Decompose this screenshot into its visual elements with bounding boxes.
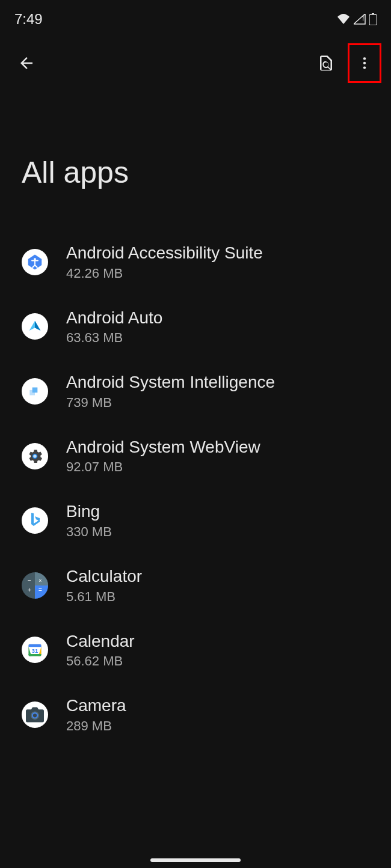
- app-name-label: Android Auto: [66, 308, 162, 328]
- app-item-bing[interactable]: Bing 330 MB: [0, 488, 391, 553]
- svg-point-4: [363, 62, 366, 64]
- app-icon: [22, 701, 48, 728]
- app-icon: [22, 378, 48, 405]
- navigation-handle[interactable]: [150, 858, 241, 862]
- app-name-label: Android Accessibility Suite: [66, 243, 263, 263]
- app-item-android-system-webview[interactable]: Android System WebView 92.07 MB: [0, 424, 391, 489]
- battery-icon: [369, 13, 377, 25]
- app-icon: [22, 249, 48, 275]
- app-size-label: 56.62 MB: [66, 653, 135, 669]
- android-auto-icon: [26, 318, 43, 335]
- svg-text:−: −: [28, 577, 31, 584]
- app-size-label: 63.63 MB: [66, 330, 162, 346]
- svg-text:31: 31: [32, 648, 38, 654]
- app-icon: [22, 443, 48, 469]
- svg-text:!: !: [362, 15, 364, 22]
- accessibility-icon: [26, 253, 44, 271]
- page-title: All apps: [0, 90, 391, 214]
- app-size-label: 5.61 MB: [66, 589, 142, 605]
- app-size-label: 330 MB: [66, 524, 112, 540]
- app-name-label: Camera: [66, 695, 126, 716]
- signal-icon: !: [354, 14, 366, 25]
- status-icons: !: [337, 13, 377, 25]
- svg-rect-8: [32, 387, 38, 393]
- bing-icon: [28, 512, 42, 530]
- app-name-label: Bing: [66, 501, 112, 522]
- app-item-android-system-intelligence[interactable]: Android System Intelligence 739 MB: [0, 359, 391, 424]
- app-name-label: Calculator: [66, 566, 142, 587]
- app-icon: [22, 313, 48, 340]
- app-list: Android Accessibility Suite 42.26 MB And…: [0, 214, 391, 763]
- arrow-back-icon: [17, 54, 35, 72]
- more-vert-icon: [357, 55, 372, 71]
- highlight-more-button: [348, 43, 381, 83]
- app-size-label: 42.26 MB: [66, 266, 263, 281]
- svg-rect-1: [369, 14, 377, 25]
- svg-text:=: =: [38, 587, 42, 593]
- svg-point-6: [34, 258, 36, 260]
- app-item-calculator[interactable]: −×+= Calculator 5.61 MB: [0, 553, 391, 618]
- app-item-android-auto[interactable]: Android Auto 63.63 MB: [0, 295, 391, 359]
- app-icon: [22, 507, 48, 534]
- camera-icon: [26, 707, 44, 723]
- app-size-label: 739 MB: [66, 395, 275, 411]
- find-in-page-icon: [317, 54, 335, 72]
- svg-rect-2: [372, 13, 374, 14]
- svg-point-5: [363, 66, 366, 69]
- webview-gear-icon: [26, 447, 44, 465]
- app-name-label: Calendar: [66, 631, 135, 652]
- calculator-icon: −×+=: [22, 572, 48, 599]
- app-item-calendar[interactable]: 31 Calendar 56.62 MB: [0, 618, 391, 683]
- more-options-button[interactable]: [351, 50, 378, 76]
- app-item-camera[interactable]: Camera 289 MB: [0, 682, 391, 747]
- svg-text:×: ×: [38, 578, 42, 584]
- app-name-label: Android System Intelligence: [66, 372, 275, 393]
- back-button[interactable]: [12, 49, 41, 78]
- svg-point-3: [363, 57, 366, 60]
- svg-text:+: +: [28, 587, 31, 593]
- status-bar: 7:49 !: [0, 0, 391, 36]
- app-size-label: 92.07 MB: [66, 459, 260, 475]
- toolbar: [0, 36, 391, 90]
- svg-point-10: [33, 454, 37, 458]
- app-icon: 31: [22, 637, 48, 663]
- calendar-icon: 31: [26, 641, 43, 658]
- status-time: 7:49: [14, 11, 43, 28]
- app-icon: −×+=: [22, 572, 48, 599]
- svg-point-20: [33, 714, 37, 717]
- app-name-label: Android System WebView: [66, 437, 260, 457]
- system-intelligence-icon: [27, 384, 43, 399]
- wifi-icon: [337, 14, 350, 25]
- app-size-label: 289 MB: [66, 718, 126, 734]
- app-item-android-accessibility-suite[interactable]: Android Accessibility Suite 42.26 MB: [0, 230, 391, 295]
- search-in-page-button[interactable]: [312, 49, 340, 78]
